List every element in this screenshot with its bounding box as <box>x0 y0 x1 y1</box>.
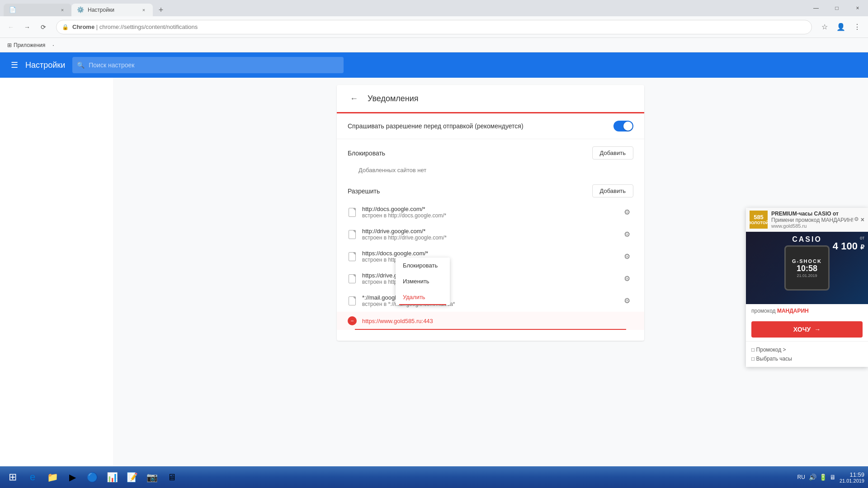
ad-link-watches[interactable]: □ Выбрать часы <box>751 354 863 363</box>
minimize-button[interactable]: — <box>806 0 826 16</box>
tab-title-active: Настройки <box>88 7 137 13</box>
tab-favicon-inactive: 📄 <box>9 6 16 14</box>
site-embedded-0: встроен в http://docs.google.com/* <box>362 212 621 219</box>
url-bar[interactable]: 🔒 Chrome | chrome://settings/content/not… <box>56 20 812 34</box>
url-path: | chrome://settings/content/notification… <box>94 23 198 30</box>
new-tab-button[interactable]: + <box>155 4 167 16</box>
taskbar-word[interactable]: 📝 <box>123 468 141 486</box>
ad-promo: Примени промокод МАНДАРИН! <box>771 217 854 223</box>
site-row-0: http://docs.google.com/* встроен в http:… <box>337 201 644 223</box>
site-icon-3 <box>348 274 357 283</box>
remove-icon-5: − <box>348 316 357 325</box>
apps-icon: ⊞ <box>7 42 12 48</box>
panel-header: ← Уведомления <box>337 85 644 113</box>
watch-brand: G-SHOCK <box>792 258 822 264</box>
start-button[interactable]: ⊞ <box>4 468 22 486</box>
site-url-2: https://docs.google.com/* <box>362 250 621 257</box>
tab-inactive[interactable]: 📄 × <box>4 4 71 16</box>
taskbar-camera[interactable]: 📷 <box>143 468 161 486</box>
buy-button[interactable]: ХОЧУ → <box>751 321 863 338</box>
settings-title: Настройки <box>25 61 65 70</box>
bookmark-button[interactable]: ☆ <box>817 20 832 34</box>
allow-section-title: Разрешить <box>348 188 592 195</box>
watch-image: G-SHOCK 10:58 21.01.2019 <box>780 236 834 300</box>
url-chrome-label: Chrome <box>72 23 94 30</box>
block-add-button[interactable]: Добавить <box>592 146 633 160</box>
ask-permission-label: Спрашивать разрешение перед отправкой (р… <box>348 122 613 130</box>
menu-button[interactable]: ⋮ <box>850 20 864 34</box>
tab-close-active[interactable]: × <box>140 6 147 14</box>
promo-code: МАНДАРИН <box>777 308 809 314</box>
apps-label: Приложения <box>14 42 45 48</box>
context-change[interactable]: Изменить <box>396 273 450 289</box>
ad-overlay: 585 ЗОЛОТОЙ PREMIUM-часы CASIO от Примен… <box>746 208 868 367</box>
tab-close-inactive[interactable]: × <box>59 6 66 14</box>
ad-footer-links: □ Промокод > □ Выбрать часы <box>746 341 868 367</box>
site-row-3: https://drive.google.com/* встроен в htt… <box>337 267 644 290</box>
taskbar-excel[interactable]: 📊 <box>103 468 121 486</box>
close-button[interactable]: × <box>847 0 868 16</box>
ad-logo: 585 ЗОЛОТОЙ <box>750 211 768 229</box>
allow-add-button[interactable]: Добавить <box>592 184 633 197</box>
ad-text: PREMIUM-часы CASIO от Примени промокод М… <box>771 211 854 229</box>
buy-arrow: → <box>814 326 821 333</box>
site-gear-0[interactable]: ⚙ <box>621 206 633 219</box>
battery-icon: 🖥 <box>830 474 836 481</box>
clock-time: 11:59 <box>840 471 864 478</box>
tab-active[interactable]: ⚙️ Настройки × <box>71 4 153 16</box>
explorer-icon: 📁 <box>47 472 58 483</box>
taskbar-explorer[interactable]: 📁 <box>43 468 61 486</box>
watch-time: 10:58 <box>797 264 817 273</box>
site-url-5: https://www.gold585.ru:443 <box>362 318 633 324</box>
app8-icon: 🖥 <box>167 472 176 483</box>
start-icon: ⊞ <box>9 471 17 483</box>
taskbar-media[interactable]: ▶ <box>63 468 81 486</box>
site-gear-3[interactable]: ⚙ <box>621 272 633 285</box>
site-info-1: http://drive.google.com/* встроен в http… <box>362 228 621 241</box>
ad-gear-button[interactable]: ⚙ <box>854 216 859 223</box>
context-block[interactable]: Блокировать <box>396 258 450 273</box>
ask-permission-toggle[interactable] <box>613 121 633 131</box>
back-button[interactable]: ← <box>4 20 18 34</box>
notifications-panel: ← Уведомления Спрашивать разрешение пере… <box>337 85 644 341</box>
context-delete[interactable]: Удалить <box>396 289 450 305</box>
secure-icon: 🔒 <box>62 24 69 30</box>
taskbar-app8[interactable]: 🖥 <box>163 468 181 486</box>
taskbar-ie[interactable]: e <box>24 468 42 486</box>
selected-underline <box>355 329 626 330</box>
apps-bookmark[interactable]: ⊞ Приложения <box>7 42 45 48</box>
bookmarks-separator: · <box>52 42 54 48</box>
site-icon-0 <box>348 208 357 217</box>
maximize-button[interactable]: □ <box>826 0 847 16</box>
site-gear-2[interactable]: ⚙ <box>621 250 633 263</box>
context-menu: Блокировать Изменить Удалить <box>396 258 450 305</box>
tab-favicon-active: ⚙️ <box>77 6 84 14</box>
site-row-2: https://docs.google.com/* встроен в http… <box>337 245 644 267</box>
tray-icons: 🔊 🔋 🖥 <box>809 474 836 481</box>
account-button[interactable]: 👤 <box>834 20 848 34</box>
settings-search-input[interactable] <box>72 57 344 73</box>
address-bar: ← → ⟳ 🔒 Chrome | chrome://settings/conte… <box>0 16 868 38</box>
menu-icon[interactable]: ☰ <box>11 60 18 70</box>
price-tag: от 4 100 ₽ <box>833 235 864 252</box>
ad-site: www.gold585.ru <box>771 223 854 229</box>
taskbar-chrome[interactable]: 🔵 <box>83 468 101 486</box>
language-indicator: RU <box>797 474 805 480</box>
site-info-0: http://docs.google.com/* встроен в http:… <box>362 206 621 219</box>
bookmarks-bar: ⊞ Приложения · <box>0 38 868 52</box>
reload-button[interactable]: ⟳ <box>36 20 51 34</box>
search-icon: 🔍 <box>77 61 85 69</box>
notifications-back-button[interactable]: ← <box>348 92 360 105</box>
price: 4 100 ₽ <box>833 240 864 252</box>
site-gear-1[interactable]: ⚙ <box>621 228 633 241</box>
site-gear-4[interactable]: ⚙ <box>621 295 633 307</box>
ad-close-button[interactable]: × <box>861 216 864 223</box>
ask-permission-row: Спрашивать разрешение перед отправкой (р… <box>337 113 644 139</box>
ad-header: 585 ЗОЛОТОЙ PREMIUM-часы CASIO от Примен… <box>746 208 868 232</box>
chrome-icon: 🔵 <box>87 472 98 483</box>
camera-icon: 📷 <box>146 472 158 483</box>
ad-link-promo[interactable]: □ Промокод > <box>751 345 863 354</box>
word-icon: 📝 <box>127 472 138 483</box>
site-row-4: *://mail.google.com/mail/ca* встроен в *… <box>337 290 644 312</box>
forward-button[interactable]: → <box>20 20 34 34</box>
